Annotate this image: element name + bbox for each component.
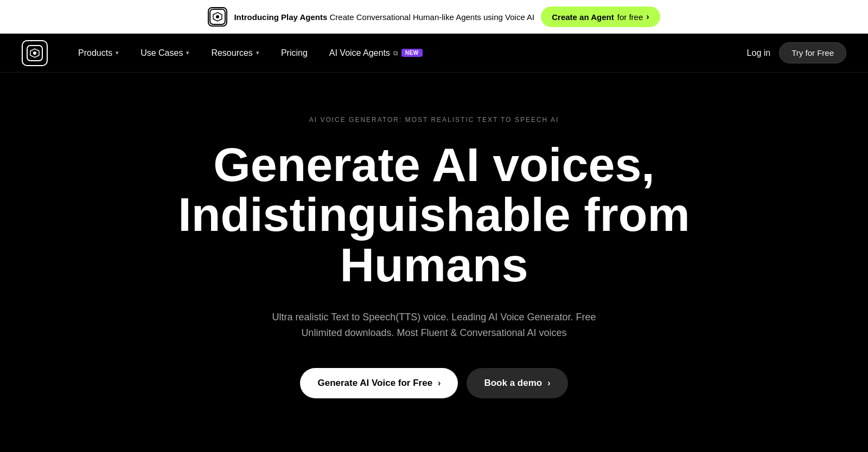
new-badge: NEW: [401, 49, 423, 57]
secondary-arrow-icon: ›: [547, 378, 550, 388]
hero-subtitle: Ultra realistic Text to Speech(TTS) voic…: [266, 309, 602, 341]
announcement-banner: Introducing Play Agents Create Conversat…: [0, 0, 868, 34]
nav-pricing[interactable]: Pricing: [272, 44, 316, 62]
products-chevron-icon: ▾: [116, 49, 119, 56]
hero-title: Generate AI voices, Indistinguishable fr…: [136, 140, 732, 290]
nav-resources[interactable]: Resources ▾: [202, 44, 267, 62]
generate-voice-button[interactable]: Generate AI Voice for Free ›: [300, 368, 458, 398]
nav-logo-icon: [22, 40, 48, 66]
nav-logo[interactable]: [22, 40, 48, 66]
use-cases-chevron-icon: ▾: [186, 49, 189, 56]
nav-products[interactable]: Products ▾: [69, 44, 127, 62]
hero-buttons: Generate AI Voice for Free › Book a demo…: [22, 368, 846, 398]
try-free-button[interactable]: Try for Free: [779, 42, 846, 63]
nav-ai-agents[interactable]: AI Voice Agents ⧉ NEW: [321, 44, 431, 62]
primary-arrow-icon: ›: [438, 378, 441, 388]
hero-section: AI VOICE GENERATOR: MOST REALISTIC TEXT …: [0, 73, 868, 452]
resources-chevron-icon: ▾: [256, 49, 259, 56]
banner-text: Introducing Play Agents Create Conversat…: [234, 12, 534, 22]
ai-agents-external-icon: ⧉: [393, 49, 398, 57]
banner-logo-icon: [208, 7, 227, 27]
nav-links: Products ▾ Use Cases ▾ Resources ▾ Prici…: [69, 44, 747, 62]
login-link[interactable]: Log in: [747, 48, 771, 58]
banner-cta-button[interactable]: Create an Agent for free ›: [541, 7, 660, 27]
nav-actions: Log in Try for Free: [747, 42, 846, 63]
hero-eyebrow: AI VOICE GENERATOR: MOST REALISTIC TEXT …: [22, 116, 846, 124]
book-demo-button[interactable]: Book a demo ›: [467, 368, 567, 398]
navbar: Products ▾ Use Cases ▾ Resources ▾ Prici…: [0, 34, 868, 73]
svg-point-3: [33, 51, 36, 55]
nav-use-cases[interactable]: Use Cases ▾: [132, 44, 198, 62]
svg-point-1: [216, 15, 219, 18]
